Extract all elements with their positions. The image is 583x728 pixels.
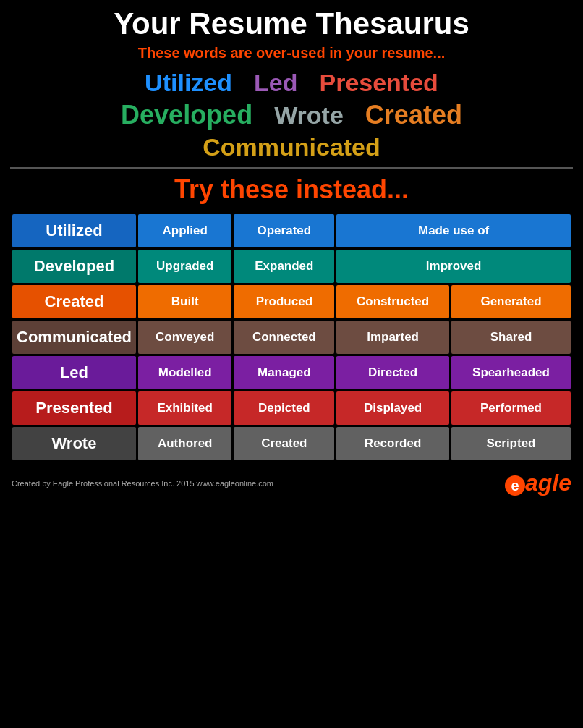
label-led: Led xyxy=(12,356,136,389)
syn-constructed: Constructed xyxy=(336,285,449,318)
subtitle: These words are over-used in your resume… xyxy=(10,45,573,62)
try-instead-label: Try these instead... xyxy=(10,174,573,205)
syn-built: Built xyxy=(138,285,232,318)
overused-presented: Presented xyxy=(319,69,438,97)
syn-depicted: Depicted xyxy=(234,391,334,425)
syn-displayed: Displayed xyxy=(336,391,449,425)
table-row: Communicated Conveyed Connected Imparted… xyxy=(12,321,571,354)
label-developed: Developed xyxy=(12,250,136,283)
syn-conveyed: Conveyed xyxy=(138,321,232,354)
syn-spearheaded: Spearheaded xyxy=(451,356,571,389)
syn-managed: Managed xyxy=(234,356,334,389)
overused-developed: Developed xyxy=(121,100,252,130)
eagle-text: agle xyxy=(525,470,571,496)
overused-created: Created xyxy=(365,100,462,130)
eagle-e-icon: e xyxy=(505,475,525,496)
thesaurus-table: Utilized Applied Operated Made use of De… xyxy=(10,212,573,462)
syn-shared: Shared xyxy=(451,321,571,354)
syn-performed: Performed xyxy=(451,391,571,425)
label-communicated: Communicated xyxy=(12,321,136,354)
page-container: Your Resume Thesaurus These words are ov… xyxy=(0,0,583,504)
label-wrote: Wrote xyxy=(12,427,136,460)
syn-imparted: Imparted xyxy=(336,321,449,354)
syn-connected: Connected xyxy=(234,321,334,354)
label-created: Created xyxy=(12,285,136,318)
syn-applied: Applied xyxy=(138,214,232,247)
table-row: Created Built Produced Constructed Gener… xyxy=(12,285,571,318)
syn-exhibited: Exhibited xyxy=(138,391,232,425)
table-row: Presented Exhibited Depicted Displayed P… xyxy=(12,391,571,425)
syn-operated: Operated xyxy=(234,214,334,247)
syn-recorded: Recorded xyxy=(336,427,449,460)
overused-communicated: Communicated xyxy=(203,133,380,161)
syn-authored: Authored xyxy=(138,427,232,460)
syn-upgraded: Upgraded xyxy=(138,250,232,283)
syn-modelled: Modelled xyxy=(138,356,232,389)
footer-credit: Created by Eagle Professional Resources … xyxy=(12,479,273,488)
table-row: Led Modelled Managed Directed Spearheade… xyxy=(12,356,571,389)
syn-expanded: Expanded xyxy=(234,250,334,283)
overused-row-2: Developed Wrote Created xyxy=(10,100,573,130)
footer: Created by Eagle Professional Resources … xyxy=(10,467,573,499)
label-utilized: Utilized xyxy=(12,214,136,247)
syn-scripted: Scripted xyxy=(451,427,571,460)
syn-generated: Generated xyxy=(451,285,571,318)
label-presented: Presented xyxy=(12,391,136,425)
overused-words-section: Utilized Led Presented Developed Wrote C… xyxy=(10,69,573,161)
table-row: Developed Upgraded Expanded Improved xyxy=(12,250,571,283)
overused-led: Led xyxy=(254,69,297,97)
main-title: Your Resume Thesaurus xyxy=(10,7,573,41)
syn-produced: Produced xyxy=(234,285,334,318)
syn-improved: Improved xyxy=(336,250,571,283)
divider xyxy=(10,167,573,169)
syn-made-use-of: Made use of xyxy=(336,214,571,247)
overused-row-3: Communicated xyxy=(10,133,573,161)
syn-directed: Directed xyxy=(336,356,449,389)
overused-utilized: Utilized xyxy=(145,69,232,97)
syn-created-wrote: Created xyxy=(234,427,334,460)
overused-row-1: Utilized Led Presented xyxy=(10,69,573,97)
table-row: Utilized Applied Operated Made use of xyxy=(12,214,571,247)
eagle-logo: eagle xyxy=(505,470,571,496)
table-row: Wrote Authored Created Recorded Scripted xyxy=(12,427,571,460)
overused-wrote: Wrote xyxy=(274,101,344,130)
